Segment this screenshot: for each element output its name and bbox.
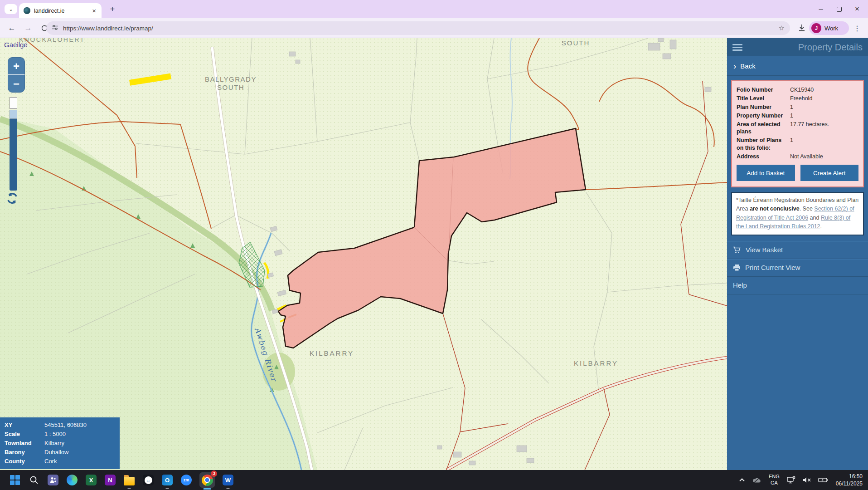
new-tab-button[interactable]: + <box>107 4 118 15</box>
taskbar-chrome-button[interactable]: J <box>199 472 215 488</box>
help-menu-item[interactable]: Help <box>727 276 868 294</box>
language-indicator[interactable]: ENG GA <box>769 474 780 486</box>
townland-label-knockalohert: KNOCKALOHERT <box>19 38 85 43</box>
taskbar-edge-button[interactable] <box>66 474 78 486</box>
map-canvas[interactable]: KNOCKALOHERT BALLYGRADY SOUTH SOUTH KILB… <box>0 38 727 470</box>
info-row-barony: Barony Duhallow <box>5 448 115 457</box>
window-minimize-button[interactable]: ─ <box>812 0 830 18</box>
taskbar-teamviewer-button[interactable]: ↔ <box>142 474 154 486</box>
map-graphics: KNOCKALOHERT BALLYGRADY SOUTH SOUTH KILB… <box>0 38 727 470</box>
print-current-view-menu-item[interactable]: Print Current View <box>727 259 868 276</box>
site-favicon-icon <box>24 7 30 14</box>
property-details-sidebar: Property Details › Back Folio Number CK1… <box>727 38 868 470</box>
address-bar[interactable]: https://www.landdirect.ie/pramap/ ☆ <box>46 21 790 35</box>
onedrive-cloud-icon[interactable] <box>752 476 762 484</box>
search-icon <box>29 475 39 485</box>
map-info-panel: XY 545511, 606830 Scale 1 : 5000 Townlan… <box>0 417 120 469</box>
running-indicator <box>166 488 169 489</box>
url-text[interactable]: https://www.landdirect.ie/pramap/ <box>63 25 774 32</box>
zoom-slider-handle[interactable] <box>10 110 17 119</box>
word-icon: W <box>223 475 233 485</box>
detail-row-folio: Folio Number CK15940 <box>737 86 858 94</box>
network-icon[interactable] <box>786 476 795 484</box>
townland-label-kilbarry-right: KILBARRY <box>574 359 618 367</box>
teams-icon <box>48 475 58 485</box>
print-label: Print Current View <box>745 264 800 271</box>
boundaries-disclaimer: *Tailte Éireann Registration Boundaries … <box>731 192 864 235</box>
file-explorer-icon <box>124 477 135 485</box>
map-refresh-icon[interactable] <box>5 191 19 205</box>
townland-label-kilbarry-left: KILBARRY <box>310 349 354 357</box>
back-icon[interactable]: ← <box>6 23 17 34</box>
taskbar-file-explorer-button[interactable] <box>123 474 135 486</box>
window-controls: ─ × <box>812 0 866 18</box>
window-restore-button[interactable] <box>830 0 848 18</box>
hamburger-menu-icon[interactable] <box>732 44 742 51</box>
taskbar-zoom-button[interactable]: zm <box>180 474 192 486</box>
tab-title: landdirect.ie <box>34 8 91 14</box>
tray-time: 16:50 <box>836 473 863 480</box>
edge-icon <box>67 475 78 485</box>
zoom-slider[interactable] <box>10 97 17 191</box>
screen: ⌄ landdirect.ie × + ─ × ← → https://www.… <box>0 0 868 490</box>
windows-taskbar: X N ↔ O zm J <box>0 470 868 490</box>
back-button[interactable]: › Back <box>727 56 868 76</box>
taskbar-outlook-button[interactable]: O <box>161 474 173 486</box>
zoom-in-button[interactable]: + <box>8 57 25 75</box>
bookmark-star-icon[interactable]: ☆ <box>779 24 785 32</box>
tab-close-icon[interactable]: × <box>91 7 97 15</box>
back-label: Back <box>740 62 755 70</box>
taskbar-search-button[interactable] <box>28 474 40 486</box>
zoom-out-button[interactable]: − <box>8 75 25 93</box>
battery-icon[interactable] <box>818 477 829 483</box>
taskbar-clock[interactable]: 16:50 06/11/2025 <box>836 473 863 487</box>
window-close-button[interactable]: × <box>848 0 866 18</box>
help-label: Help <box>733 281 747 289</box>
taskbar-excel-button[interactable]: X <box>85 474 97 486</box>
info-row-xy: XY 545511, 606830 <box>5 421 115 430</box>
browser-menu-icon[interactable]: ⋮ <box>853 23 862 34</box>
chrome-active-highlight: J <box>199 472 215 488</box>
forward-icon[interactable]: → <box>23 23 34 34</box>
sidebar-header: Property Details <box>727 38 868 56</box>
language-toggle-link[interactable]: Gaeilge <box>4 41 28 49</box>
running-indicator <box>128 488 131 489</box>
downloads-icon[interactable] <box>797 23 806 34</box>
printer-icon <box>733 264 741 271</box>
taskbar-teams-button[interactable] <box>47 474 59 486</box>
add-to-basket-button[interactable]: Add to Basket <box>737 165 795 181</box>
zoom-slider-track <box>10 119 17 191</box>
view-basket-label: View Basket <box>746 246 783 254</box>
view-basket-menu-item[interactable]: View Basket <box>727 241 868 259</box>
running-indicator-active <box>204 488 211 490</box>
start-button[interactable] <box>9 474 21 486</box>
info-row-townland: Townland Kilbarry <box>5 439 115 448</box>
tray-chevron-up-icon[interactable] <box>739 478 745 482</box>
taskbar-onenote-button[interactable]: N <box>104 474 116 486</box>
volume-muted-icon[interactable] <box>802 476 811 484</box>
windows-logo-icon <box>10 475 20 485</box>
create-alert-button[interactable]: Create Alert <box>800 165 859 181</box>
detail-row-area: Area of selected plans 17.77 hectares. <box>737 121 858 136</box>
system-tray: ENG GA 16:50 06/11/2025 <box>739 473 868 487</box>
browser-titlebar: ⌄ landdirect.ie × + ─ × <box>0 0 868 18</box>
avatar: J <box>811 23 821 33</box>
zoom-slider-track-top <box>10 97 17 109</box>
tab-search-button[interactable]: ⌄ <box>5 4 17 14</box>
site-settings-icon[interactable] <box>52 24 58 33</box>
profile-name: Work <box>824 25 838 32</box>
detail-row-property-number: Property Number 1 <box>737 112 858 120</box>
taskbar-word-button[interactable]: W <box>222 474 234 486</box>
townland-label-south: SOUTH <box>562 39 590 47</box>
browser-toolbar: ← → https://www.landdirect.ie/pramap/ ☆ … <box>0 18 868 38</box>
townland-label-ballygrady-2: SOUTH <box>217 83 244 91</box>
info-row-scale: Scale 1 : 5000 <box>5 430 115 439</box>
running-indicator <box>227 488 230 489</box>
zoom-controls: + − <box>8 57 25 93</box>
detail-actions: Add to Basket Create Alert <box>737 165 858 181</box>
chevron-down-icon: ⌄ <box>9 6 13 12</box>
chrome-notification-badge: J <box>211 470 217 477</box>
profile-button[interactable]: J Work <box>809 21 849 35</box>
browser-tab[interactable]: landdirect.ie × <box>19 3 102 18</box>
detail-row-title-level: Title Level Freehold <box>737 95 858 103</box>
